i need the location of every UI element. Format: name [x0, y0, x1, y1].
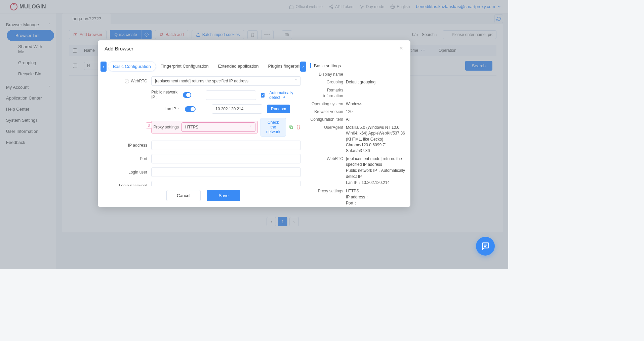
- modal-title: Add Browser: [105, 46, 133, 51]
- auto-detect-label: Automatically detect IP: [269, 90, 301, 100]
- check-network-button[interactable]: Check the network: [260, 118, 286, 137]
- proxy-highlight-box: 3 Proxy settings HTTPS ˅: [151, 121, 258, 134]
- row-public-ip: Public network IP： ✓ Automatically detec…: [106, 90, 301, 100]
- public-ip-toggle[interactable]: [183, 92, 191, 98]
- label-ip-address: IP address: [106, 143, 151, 148]
- modal-header: Add Browser: [98, 40, 410, 57]
- ip-address-input[interactable]: [151, 141, 301, 150]
- label-port: Port: [106, 156, 151, 161]
- step-badge: 3: [146, 122, 152, 128]
- summary-display-name: Display name: [310, 72, 408, 77]
- chevron-down-icon: ˅: [295, 79, 297, 83]
- row-login-user: Login user: [106, 167, 301, 177]
- label-login-user: Login user: [106, 170, 151, 175]
- row-ip-address: IP address: [106, 141, 301, 150]
- modal-tabs: ‹ Basic Configuration Fingerprint Config…: [98, 57, 309, 75]
- summary-grouping: Grouping Default grouping: [310, 79, 408, 85]
- modal-left-pane: ‹ Basic Configuration Fingerprint Config…: [98, 57, 309, 207]
- cancel-button[interactable]: Cancel: [166, 190, 201, 201]
- summary-browser-version: Browser version 120: [310, 109, 408, 115]
- save-button[interactable]: Save: [207, 190, 240, 201]
- webrtc-select-value: [replacement mode] returns the specified…: [155, 79, 248, 83]
- modal-tab-items: Basic Configuration Fingerprint Configur…: [107, 61, 300, 72]
- tabs-next-button[interactable]: ›: [300, 62, 306, 72]
- tabs-prev-button[interactable]: ‹: [100, 62, 107, 72]
- summary-configuration-item: Configuration item All: [310, 117, 408, 122]
- proxy-type-select[interactable]: HTTPS ˅: [182, 122, 255, 132]
- auto-detect-checkbox[interactable]: ✓: [261, 93, 265, 98]
- modal-summary-pane: Basic settings Display name Grouping Def…: [309, 57, 410, 207]
- modal-footer: Cancel Save: [98, 186, 309, 207]
- info-icon[interactable]: i: [125, 79, 129, 83]
- summary-proxy: Proxy settings HTTPS IP address： Port： L…: [310, 188, 408, 207]
- chat-icon: [481, 242, 490, 251]
- label-public-ip: Public network IP：: [151, 90, 178, 100]
- tab-plugins-fingerprint[interactable]: Plugins fingerprint: [264, 61, 300, 72]
- svg-rect-11: [290, 126, 292, 128]
- close-icon: [399, 46, 404, 50]
- lan-ip-toggle[interactable]: [185, 106, 196, 112]
- public-ip-input[interactable]: [206, 90, 256, 100]
- tab-extended-application[interactable]: Extended application: [213, 61, 264, 72]
- row-port: Port: [106, 154, 301, 163]
- copy-icon: [289, 125, 293, 129]
- lan-ip-random-button[interactable]: Random: [267, 105, 290, 113]
- login-user-input[interactable]: [151, 167, 301, 177]
- form-area: i WebRTC [replacement mode] returns the …: [98, 75, 309, 186]
- summary-os: Operating system Windows: [310, 101, 408, 107]
- copy-button[interactable]: [289, 124, 293, 130]
- summary-basic-title: Basic settings: [310, 63, 408, 68]
- modal-body: ‹ Basic Configuration Fingerprint Config…: [98, 57, 410, 207]
- proxy-type-value: HTTPS: [185, 125, 198, 129]
- row-webrtc: i WebRTC [replacement mode] returns the …: [106, 76, 301, 86]
- lan-ip-input[interactable]: [212, 104, 262, 114]
- label-login-password: Login password: [106, 183, 151, 186]
- port-input[interactable]: [151, 154, 301, 163]
- row-lan-ip: Lan IP： Random: [106, 104, 301, 114]
- proxy-settings-label: Proxy settings: [154, 125, 179, 129]
- row-login-password: Login password: [106, 181, 301, 186]
- row-proxy-settings: 3 Proxy settings HTTPS ˅ Check the netwo…: [106, 118, 301, 137]
- label-lan-ip: Lan IP：: [151, 106, 180, 112]
- summary-webrtc: WebRTC [replacement mode] returns the sp…: [310, 156, 408, 186]
- tab-fingerprint-configuration[interactable]: Fingerprint Configuration: [156, 61, 213, 72]
- summary-remarks: Remarks information: [310, 87, 408, 99]
- summary-user-agent: UserAgent Mozilla/5.0 (Windows NT 10.0; …: [310, 125, 408, 154]
- support-chat-button[interactable]: [476, 237, 495, 256]
- tab-basic-configuration[interactable]: Basic Configuration: [108, 61, 156, 72]
- add-browser-modal: Add Browser ‹ Basic Configuration Finger…: [98, 40, 410, 207]
- login-password-input[interactable]: [151, 181, 301, 186]
- webrtc-select[interactable]: [replacement mode] returns the specified…: [151, 76, 301, 86]
- trash-icon: [296, 125, 301, 129]
- modal-close-button[interactable]: [399, 45, 404, 52]
- chevron-down-icon: ˅: [250, 125, 252, 129]
- clear-button[interactable]: [296, 124, 301, 130]
- label-webrtc: i WebRTC: [106, 79, 151, 83]
